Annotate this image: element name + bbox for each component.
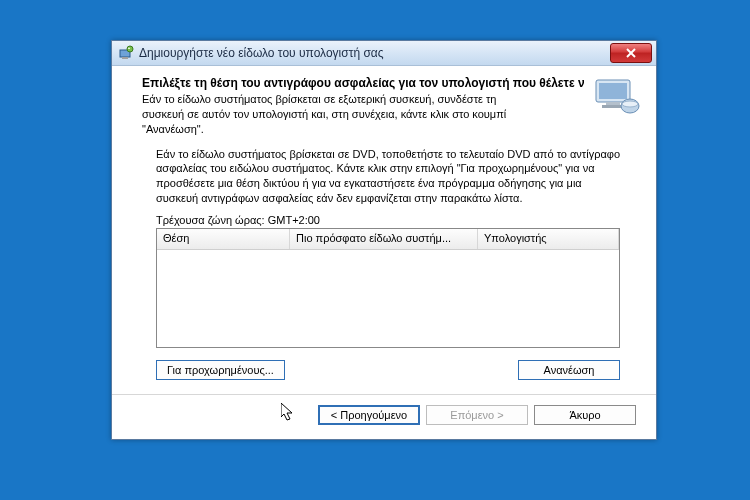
svg-rect-6 [599,83,627,99]
mid-button-row: Για προχωρημένους... Ανανέωση [156,360,620,380]
svg-rect-1 [122,57,128,59]
sub-line-2: συσκευή σε αυτόν τον υπολογιστή και, στη… [142,108,506,120]
wizard-body: Επιλέξτε τη θέση του αντιγράφου ασφαλεία… [112,66,656,439]
close-button[interactable] [610,43,652,63]
title-left: Δημιουργήστε νέο είδωλο του υπολογιστή σ… [118,45,384,61]
refresh-button[interactable]: Ανανέωση [518,360,620,380]
svg-point-10 [622,101,638,107]
header-text: Επιλέξτε τη θέση του αντιγράφου ασφαλεία… [128,76,584,137]
table-wrap: Θέση Πιο πρόσφατο είδωλο συστήμ... Υπολο… [156,228,620,348]
titlebar: Δημιουργήστε νέο είδωλο του υπολογιστή σ… [112,41,656,66]
table-header: Θέση Πιο πρόσφατο είδωλο συστήμ... Υπολο… [157,229,619,250]
app-icon [118,45,134,61]
sub-line-1: Εάν το είδωλο συστήματος βρίσκεται σε εξ… [142,93,496,105]
header-row: Επιλέξτε τη θέση του αντιγράφου ασφαλεία… [128,76,640,137]
close-icon [625,48,637,58]
restore-icon [594,76,640,119]
advanced-button[interactable]: Για προχωρημένους... [156,360,285,380]
col-latest-image[interactable]: Πιο πρόσφατο είδωλο συστήμ... [290,229,478,249]
col-computer[interactable]: Υπολογιστής [478,229,619,249]
description-paragraph: Εάν το είδωλο συστήματος βρίσκεται σε DV… [128,147,640,206]
separator [112,394,656,395]
back-button[interactable]: < Προηγούμενο [318,405,420,425]
svg-rect-7 [606,102,620,105]
backup-list[interactable]: Θέση Πιο πρόσφατο είδωλο συστήμ... Υπολο… [156,228,620,348]
cancel-button[interactable]: Άκυρο [534,405,636,425]
col-location[interactable]: Θέση [157,229,290,249]
page-heading: Επιλέξτε τη θέση του αντιγράφου ασφαλεία… [128,76,584,90]
next-button: Επόμενο > [426,405,528,425]
timezone-label: Τρέχουσα ζώνη ώρας: GMT+2:00 [128,214,640,226]
sub-line-3: "Ανανέωση". [142,123,204,135]
wizard-window: Δημιουργήστε νέο είδωλο του υπολογιστή σ… [111,40,657,440]
wizard-button-row: < Προηγούμενο Επόμενο > Άκυρο [128,405,640,425]
window-title: Δημιουργήστε νέο είδωλο του υπολογιστή σ… [139,46,384,60]
